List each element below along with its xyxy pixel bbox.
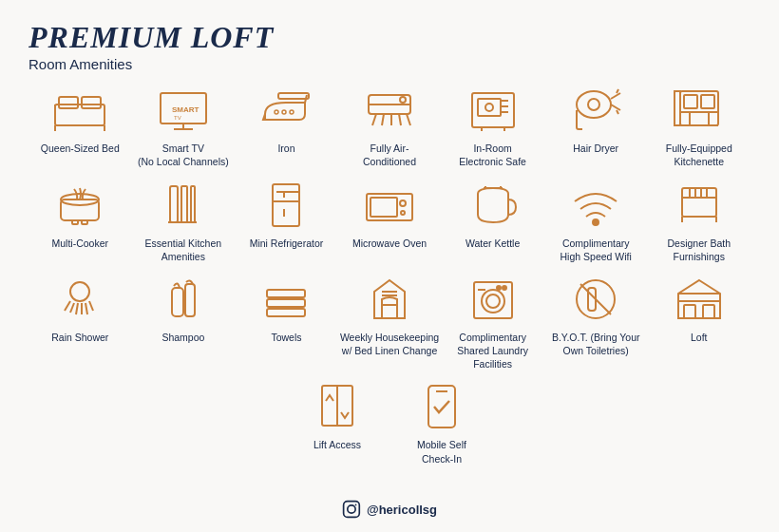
kitchen-label: Essential KitchenAmenities	[145, 237, 222, 263]
amenities-row-1: Queen-Sized Bed SMART TV Smart TV(No Loc…	[28, 82, 750, 176]
amenity-lift: Lift Access	[285, 378, 390, 465]
svg-point-107	[355, 504, 357, 506]
lift-label: Lift Access	[314, 438, 361, 451]
iron-icon	[252, 82, 320, 139]
svg-rect-2	[82, 97, 101, 108]
ac-icon	[355, 82, 424, 139]
svg-text:TV: TV	[174, 115, 181, 121]
amenity-loft: Loft	[647, 271, 750, 371]
laundry-icon	[459, 271, 527, 328]
svg-line-23	[399, 114, 401, 125]
svg-line-76	[70, 303, 74, 313]
iron-label: Iron	[277, 142, 294, 155]
byot-icon	[561, 271, 630, 328]
svg-line-24	[407, 114, 410, 125]
amenity-checkin: Mobile SelfCheck-In	[390, 378, 494, 465]
svg-rect-38	[684, 95, 697, 108]
svg-rect-26	[478, 99, 501, 116]
svg-rect-85	[267, 309, 305, 316]
amenity-towels: Towels	[235, 271, 338, 371]
amenity-hair-dryer: Hair Dryer	[544, 82, 648, 168]
amenity-safe: In-RoomElectronic Safe	[441, 82, 544, 168]
housekeeping-icon	[355, 271, 424, 328]
ac-label: Fully Air-Conditioned	[363, 142, 416, 168]
svg-line-79	[86, 303, 87, 314]
loft-label: Loft	[691, 331, 708, 344]
queen-bed-icon	[46, 82, 114, 139]
hair-dryer-label: Hair Dryer	[573, 142, 618, 155]
svg-rect-52	[273, 184, 299, 226]
svg-point-60	[401, 211, 405, 215]
svg-rect-105	[344, 502, 360, 518]
svg-point-65	[593, 219, 598, 225]
svg-point-19	[400, 97, 406, 103]
shampoo-icon	[149, 271, 218, 328]
page-subtitle: Room Amenities	[28, 56, 750, 72]
amenity-kitchenette: Fully-EquippedKitchenette	[647, 82, 750, 168]
svg-rect-84	[267, 299, 305, 307]
svg-point-90	[486, 294, 500, 308]
shower-label: Rain Shower	[51, 331, 108, 344]
fridge-label: Mini Refrigerator	[250, 237, 324, 250]
svg-point-12	[275, 110, 278, 114]
amenities-row-2: Multi-Cooker Essential KitchenAmenities	[28, 177, 750, 271]
amenity-wifi: ComplimentaryHigh Speed Wifi	[544, 177, 648, 263]
amenity-microwave: Microwave Oven	[338, 177, 442, 263]
svg-rect-46	[72, 220, 78, 224]
bath-icon	[665, 177, 733, 234]
safe-icon	[459, 82, 527, 139]
svg-line-75	[65, 301, 70, 311]
instagram-icon	[342, 500, 361, 519]
svg-point-13	[282, 110, 286, 114]
svg-line-77	[76, 303, 78, 314]
svg-line-35	[617, 110, 618, 114]
svg-line-20	[372, 114, 376, 125]
svg-point-92	[497, 286, 501, 290]
amenity-iron: Iron	[235, 82, 338, 168]
smart-tv-label: Smart TV(No Local Channels)	[138, 142, 229, 168]
amenity-shower: Rain Shower	[28, 271, 132, 371]
multi-cooker-label: Multi-Cooker	[52, 237, 109, 250]
svg-point-106	[348, 505, 355, 513]
page: PREMIUM LOFT Room Amenities Queen-Sized …	[0, 0, 779, 532]
amenity-byot: B.Y.O.T. (Bring YourOwn Toiletries)	[544, 271, 648, 371]
fridge-icon	[252, 177, 320, 234]
towels-icon	[252, 271, 320, 328]
svg-point-14	[290, 110, 294, 114]
amenity-housekeeping: Weekly Housekeepingw/ Bed Linen Change	[338, 271, 442, 371]
svg-point-27	[485, 104, 493, 111]
kitchen-icon	[149, 177, 218, 234]
wifi-label: ComplimentaryHigh Speed Wifi	[560, 237, 632, 263]
amenity-kitchen: Essential KitchenAmenities	[132, 177, 236, 263]
kettle-label: Water Kettle	[466, 237, 520, 250]
amenity-ac: Fully Air-Conditioned	[338, 82, 442, 168]
svg-text:SMART: SMART	[172, 105, 200, 114]
svg-rect-1	[59, 97, 78, 108]
housekeeping-label: Weekly Housekeepingw/ Bed Linen Change	[340, 331, 439, 357]
svg-rect-83	[267, 290, 305, 297]
towels-label: Towels	[271, 331, 301, 344]
kitchenette-label: Fully-EquippedKitchenette	[666, 142, 732, 168]
wifi-icon	[561, 177, 630, 234]
multi-cooker-icon	[46, 177, 114, 234]
svg-rect-48	[170, 186, 178, 222]
svg-rect-82	[185, 284, 195, 316]
svg-line-36	[617, 89, 618, 93]
amenities-row-3: Rain Shower Shampoo	[28, 271, 750, 379]
bath-label: Designer BathFurnishings	[667, 237, 731, 263]
kettle-icon	[459, 177, 527, 234]
shampoo-label: Shampoo	[162, 331, 204, 344]
amenity-bath: Designer BathFurnishings	[647, 177, 750, 263]
footer-handle: @hericollsg	[367, 503, 437, 517]
amenities-row-4: Lift Access Mobile SelfCheck-In	[28, 378, 750, 472]
amenity-fridge: Mini Refrigerator	[235, 177, 338, 263]
hair-dryer-icon	[561, 82, 630, 139]
svg-rect-39	[701, 95, 714, 108]
shower-icon	[46, 271, 114, 328]
svg-rect-58	[370, 198, 397, 217]
svg-point-74	[70, 282, 89, 301]
laundry-label: ComplimentaryShared LaundryFacilities	[457, 331, 528, 371]
amenity-multi-cooker: Multi-Cooker	[28, 177, 132, 263]
svg-rect-81	[172, 288, 183, 316]
svg-rect-16	[278, 93, 309, 99]
